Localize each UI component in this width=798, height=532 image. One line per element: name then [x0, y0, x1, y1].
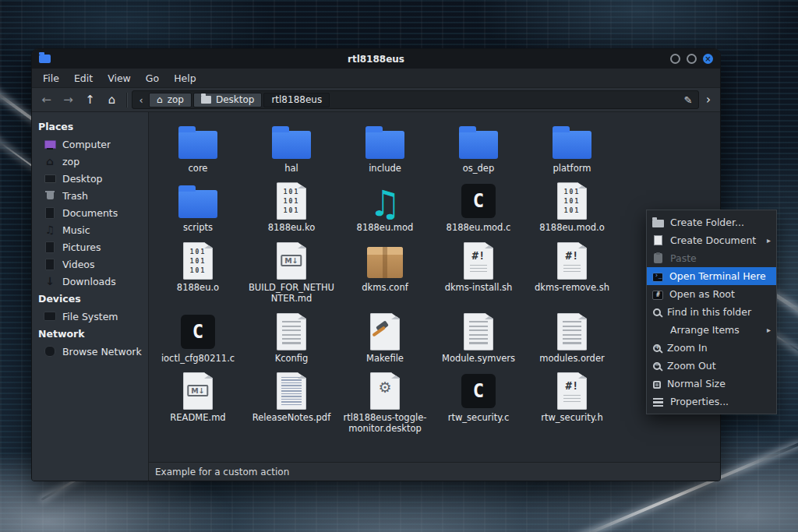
file-rtw-security-h[interactable]: #!rtw_security.h: [525, 369, 619, 435]
path-bar[interactable]: ‹ ⌂zopDesktoprtl8188eus ✎: [132, 90, 699, 109]
window-folder-icon: [39, 55, 51, 63]
file-dkms-remove-sh[interactable]: #!dkms-remove.sh: [525, 239, 619, 305]
audio-note-icon: ♫: [369, 188, 401, 220]
sidebar-item-label: Pictures: [62, 241, 101, 253]
folder-icon: [272, 131, 311, 159]
breadcrumb-scroll-right-icon[interactable]: ›: [701, 91, 715, 109]
sidebar-item-label: zop: [62, 156, 79, 167]
file-include[interactable]: include: [338, 120, 432, 174]
sidebar-item-computer[interactable]: Computer: [32, 136, 148, 153]
sidebar-section-network: Network: [32, 325, 148, 343]
sidebar-item-documents[interactable]: Documents: [32, 204, 148, 221]
text-file-icon: [464, 313, 493, 351]
sidebar-item-file-system[interactable]: File System: [32, 308, 148, 325]
binary-digits: 101 101 101: [277, 188, 306, 216]
home-button[interactable]: ⌂: [102, 91, 122, 109]
music-icon: ♫: [44, 224, 56, 236]
search-icon: [653, 308, 661, 316]
file-build-for-nethunter-md[interactable]: M↓BUILD_FOR_NETHUNTER.md: [245, 239, 338, 305]
close-button[interactable]: ×: [703, 54, 713, 64]
create-document-icon: [654, 235, 662, 245]
breadcrumb-scroll-left-icon[interactable]: ‹: [135, 94, 147, 106]
file-8188eu-ko[interactable]: 101 101 1018188eu.ko: [245, 179, 338, 233]
context-menu-item-open-terminal-here[interactable]: Open Terminal Here: [647, 267, 776, 285]
file-label: Module.symvers: [442, 353, 515, 364]
context-menu-item-arrange-items[interactable]: Arrange Items▸: [647, 321, 776, 339]
text-lines: [563, 321, 581, 344]
status-bar: Example for a custom action: [149, 462, 720, 481]
context-menu-item-normal-size[interactable]: Normal Size: [647, 375, 776, 393]
breadcrumb-zop[interactable]: ⌂zop: [149, 93, 192, 107]
breadcrumb-desktop[interactable]: Desktop: [193, 93, 263, 107]
sidebar-item-desktop[interactable]: Desktop: [32, 170, 148, 187]
file-8188eu-mod-o[interactable]: 101 101 1018188eu.mod.o: [525, 179, 619, 233]
context-menu-item-open-as-root[interactable]: Open as Root: [647, 285, 776, 303]
titlebar[interactable]: rtl8188eus ×: [32, 49, 720, 69]
up-button[interactable]: ↑: [80, 91, 100, 109]
file-ioctl-cfg80211-c[interactable]: Cioctl_cfg80211.c: [151, 310, 245, 364]
context-menu-item-properties[interactable]: Properties...: [647, 393, 776, 410]
toolbar-separator: [126, 93, 127, 107]
menu-help[interactable]: Help: [167, 70, 203, 86]
context-menu-item-zoom-out[interactable]: Zoom Out: [647, 357, 776, 375]
file-grid[interactable]: corehalincludeos_depplatformscripts101 1…: [149, 112, 720, 462]
file-label: Kconfig: [275, 353, 309, 364]
file-rtw-security-c[interactable]: Crtw_security.c: [432, 369, 525, 435]
maximize-button[interactable]: [687, 54, 697, 64]
menu-edit[interactable]: Edit: [67, 70, 100, 86]
file-os-dep[interactable]: os_dep: [432, 120, 525, 174]
forward-button[interactable]: →: [58, 91, 78, 109]
file-dkms-conf[interactable]: dkms.conf: [338, 239, 432, 305]
sidebar-item-music[interactable]: ♫Music: [32, 221, 148, 238]
file-8188eu-mod[interactable]: ♫8188eu.mod: [338, 179, 432, 233]
context-menu-item-label: Paste: [670, 252, 771, 264]
context-menu-item-create-document[interactable]: Create Document▸: [647, 231, 776, 249]
file-label: ioctl_cfg80211.c: [161, 353, 235, 364]
sidebar-item-trash[interactable]: Trash: [32, 187, 148, 204]
file-label: 8188eu.mod.o: [539, 222, 605, 233]
file-platform[interactable]: platform: [525, 120, 619, 174]
breadcrumb-rtl8188eus[interactable]: rtl8188eus: [263, 93, 330, 107]
sidebar-item-downloads[interactable]: ↓Downloads: [32, 273, 148, 290]
file-releasenotes-pdf[interactable]: ReleaseNotes.pdf: [245, 369, 338, 435]
documents-icon: [44, 206, 56, 219]
context-menu-item-zoom-in[interactable]: Zoom In: [647, 339, 776, 357]
edit-path-icon[interactable]: ✎: [680, 94, 696, 106]
file-hal[interactable]: hal: [245, 120, 338, 174]
menu-view[interactable]: View: [101, 70, 138, 86]
file-kconfig[interactable]: Kconfig: [245, 310, 338, 364]
file-dkms-install-sh[interactable]: #!dkms-install.sh: [432, 239, 525, 305]
sidebar-item-zop[interactable]: ⌂zop: [32, 153, 148, 170]
markdown-file-icon: M↓: [277, 242, 306, 280]
context-menu-item-create-folder[interactable]: Create Folder...: [647, 213, 776, 231]
file-makefile[interactable]: Makefile: [338, 310, 432, 364]
menu-go[interactable]: Go: [139, 70, 166, 86]
menu-file[interactable]: File: [36, 70, 66, 86]
file-8188eu-o[interactable]: 101 101 1018188eu.o: [151, 239, 245, 305]
sidebar-item-browse-network[interactable]: Browse Network: [32, 343, 148, 360]
file-label: 8188eu.ko: [268, 222, 316, 233]
breadcrumb-label: zop: [168, 94, 184, 105]
file-readme-md[interactable]: M↓README.md: [151, 369, 245, 435]
sidebar-item-pictures[interactable]: Pictures: [32, 238, 148, 255]
sidebar-item-videos[interactable]: Videos: [32, 255, 148, 273]
sidebar-item-label: Desktop: [62, 173, 103, 185]
sidebar-item-label: File System: [62, 311, 118, 322]
file-label: rtw_security.h: [541, 412, 603, 423]
breadcrumb-label: Desktop: [216, 94, 255, 105]
back-button[interactable]: ←: [37, 91, 56, 109]
file-scripts[interactable]: scripts: [151, 179, 245, 233]
file-module-symvers[interactable]: Module.symvers: [432, 310, 525, 364]
context-menu-item-label: Zoom In: [667, 342, 771, 354]
context-menu-item-find-in-this-folder[interactable]: Find in this folder: [647, 303, 776, 321]
context-menu-item-label: Normal Size: [667, 378, 771, 389]
context-menu-item-paste: Paste: [647, 249, 776, 267]
context-menu-item-label: Open Terminal Here: [669, 270, 771, 282]
minimize-button[interactable]: [670, 54, 680, 64]
file-modules-order[interactable]: modules.order: [525, 310, 619, 364]
properties-icon: [653, 398, 663, 407]
file-core[interactable]: core: [151, 120, 245, 174]
create-folder-icon: [652, 220, 664, 227]
file-rtl8188eus-toggle-monitor-desktop[interactable]: ⚙rtl8188eus-toggle-monitor.desktop: [338, 369, 432, 435]
file-8188eu-mod-c[interactable]: C8188eu.mod.c: [432, 179, 525, 233]
